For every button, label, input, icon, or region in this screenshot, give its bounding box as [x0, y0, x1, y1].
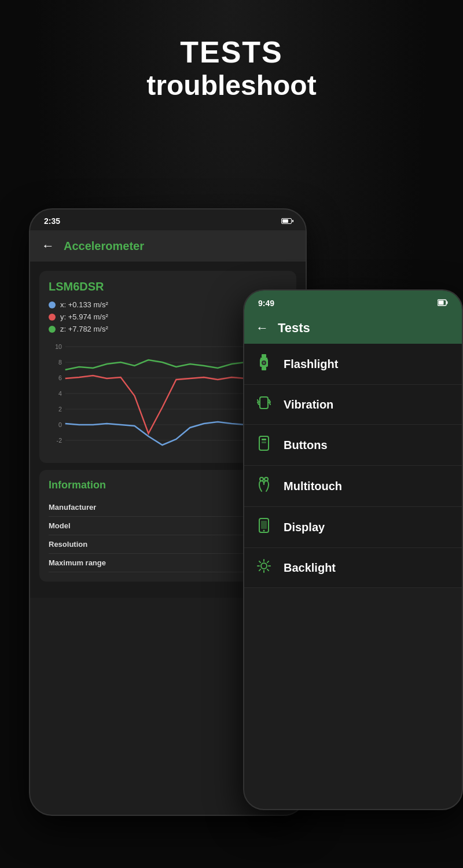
svg-line-43: [267, 561, 269, 562]
svg-rect-15: [447, 301, 448, 304]
legend-label-y: y: +5.974 m/s²: [60, 312, 108, 321]
vibration-icon: [256, 395, 272, 414]
sensor-title: LSM6DSR: [49, 280, 287, 293]
test-item-backlight[interactable]: Backlight: [244, 548, 462, 588]
back-arrow-back[interactable]: ←: [42, 238, 54, 253]
info-label-3: Maximum range: [49, 558, 106, 567]
phone-front: 9:49 ← Tests: [243, 289, 463, 810]
legend-dot-y: [49, 314, 56, 321]
svg-text:4: 4: [58, 390, 62, 397]
status-bar-back: 2:35: [30, 209, 306, 230]
svg-point-32: [264, 477, 268, 481]
tests-list: Flashlight Vibration: [244, 344, 462, 588]
toolbar-front: ← Tests: [244, 312, 462, 344]
header-title: TESTS: [0, 35, 463, 69]
svg-text:10: 10: [55, 343, 62, 350]
test-item-buttons[interactable]: Buttons: [244, 425, 462, 466]
info-label-2: Resolution: [49, 540, 87, 549]
time-back: 2:35: [44, 216, 60, 226]
svg-point-31: [260, 477, 263, 481]
svg-point-36: [261, 563, 267, 569]
legend-label-x: x: +0.133 m/s²: [60, 300, 108, 309]
svg-line-41: [259, 561, 260, 562]
buttons-label: Buttons: [284, 439, 328, 452]
backlight-icon: [256, 558, 272, 577]
svg-rect-20: [262, 367, 266, 370]
svg-rect-16: [439, 301, 444, 305]
legend-dot-x: [49, 301, 56, 308]
back-arrow-front[interactable]: ←: [256, 321, 269, 336]
header-subtitle: troubleshoot: [0, 69, 463, 101]
display-icon: [256, 517, 272, 537]
legend-label-z: z: +7.782 m/s²: [60, 325, 108, 333]
svg-text:6: 6: [58, 374, 62, 381]
buttons-icon: [256, 435, 272, 455]
info-label-1: Model: [49, 521, 71, 530]
flashlight-icon: [256, 354, 272, 374]
info-label-0: Manufacturer: [49, 503, 96, 512]
svg-text:8: 8: [58, 359, 62, 366]
backlight-label: Backlight: [284, 561, 336, 575]
svg-rect-17: [262, 354, 266, 358]
status-icons-front: [438, 299, 448, 308]
vibration-label: Vibration: [284, 398, 333, 411]
multitouch-label: Multitouch: [284, 480, 342, 493]
test-item-vibration[interactable]: Vibration: [244, 385, 462, 425]
toolbar-title-back: Accelerometer: [64, 240, 144, 253]
test-item-display[interactable]: Display: [244, 507, 462, 548]
svg-line-42: [267, 569, 269, 571]
status-icons-back: [281, 218, 292, 224]
battery-icon-front: [438, 299, 448, 308]
svg-text:2: 2: [58, 406, 62, 413]
svg-text:0: 0: [58, 421, 62, 428]
svg-rect-30: [262, 442, 266, 443]
header-section: TESTS troubleshoot: [0, 35, 463, 101]
test-item-flashlight[interactable]: Flashlight: [244, 344, 462, 385]
svg-point-22: [263, 362, 265, 364]
status-bar-front: 9:49: [244, 290, 462, 312]
svg-rect-34: [261, 521, 267, 529]
multitouch-icon: [256, 476, 272, 496]
svg-text:-2: -2: [57, 437, 62, 444]
svg-rect-18: [260, 358, 267, 359]
time-front: 9:49: [258, 299, 274, 308]
phones-area: 2:35 ← Accelerometer LSM6DSR x: +0.133 m…: [0, 162, 463, 868]
toolbar-title-front: Tests: [278, 321, 310, 336]
svg-rect-23: [260, 397, 268, 409]
test-item-multitouch[interactable]: Multitouch: [244, 466, 462, 507]
svg-line-44: [259, 569, 260, 571]
svg-rect-29: [262, 439, 266, 440]
svg-point-35: [263, 530, 265, 532]
battery-icon-back: [281, 218, 292, 224]
flashlight-label: Flashlight: [284, 358, 338, 371]
display-label: Display: [284, 521, 325, 534]
toolbar-back: ← Accelerometer: [30, 230, 306, 262]
legend-dot-z: [49, 326, 56, 333]
